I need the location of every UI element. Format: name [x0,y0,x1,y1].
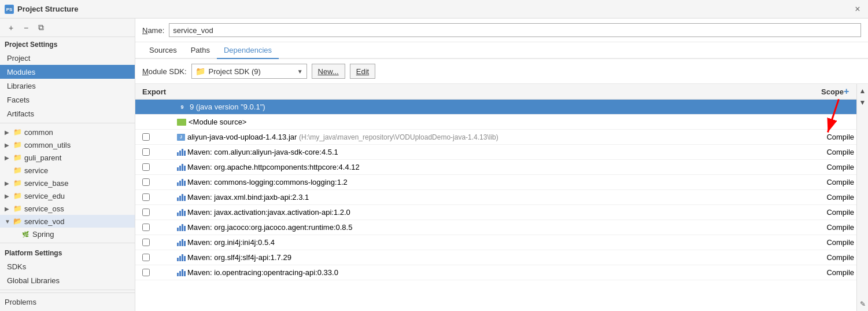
sidebar-divider-1 [0,123,135,123]
project-settings-section: Project Settings [0,37,135,51]
dep-scope-maven-javax-activation[interactable]: Compile ▼ [803,208,861,217]
dep-row-maven-opentracing[interactable]: Maven: io.opentracing:opentracing-api:0.… [135,265,868,280]
sdk-dropdown[interactable]: 📁 Project SDK (9) ▼ [191,64,307,79]
dep-name-text-maven-jaxb: Maven: javax.xml.bind:jaxb-api:2.3.1 [187,193,309,202]
add-button[interactable]: + [5,21,17,34]
tree-item-service-vod[interactable]: ▼ 📂 service_vod [0,215,135,228]
dep-name-text-maven-jacoco: Maven: org.jacoco:org.jacoco.agent:runti… [187,223,352,232]
dep-scope-maven-aliyun-sdk[interactable]: Compile ▼ [803,148,861,156]
chevron-down-icon: ▼ [5,218,13,225]
sidebar-item-sdks[interactable]: SDKs [0,259,135,273]
dep-name-maven-opentracing: Maven: io.opentracing:opentracing-api:0.… [177,268,803,277]
checkbox-maven-ini4j[interactable] [142,239,150,246]
dep-scope-aliyun-jar[interactable]: Compile ▼ [803,133,861,141]
dep-row-maven-slf4j[interactable]: Maven: org.slf4j:slf4j-api:1.7.29 Compil… [135,250,868,265]
tree-item-service[interactable]: ▶ 📁 service [0,164,135,177]
close-button[interactable]: × [852,3,863,15]
checkbox-maven-commons-logging[interactable] [142,178,150,186]
dep-scope-maven-opentracing[interactable]: Compile ▼ [803,268,861,277]
sidebar-item-artifacts[interactable]: Artifacts [0,107,135,120]
tree-item-service-edu[interactable]: ▶ 📁 service_edu [0,189,135,202]
maven-icon [177,239,185,246]
dep-scope-maven-slf4j[interactable]: Compile ▼ [803,253,861,262]
dep-row-maven-ini4j[interactable]: Maven: org.ini4j:ini4j:0.5.4 Compile ▼ [135,235,868,250]
maven-icon [177,179,185,186]
tree-item-common-utils[interactable]: ▶ 📁 common_utils [0,138,135,151]
checkbox-maven-aliyun-sdk[interactable] [142,148,150,156]
sidebar-item-modules[interactable]: Modules [0,65,135,79]
dep-checkbox-maven-aliyun-sdk [142,148,177,156]
sidebar-item-artifacts-label: Artifacts [7,109,34,118]
dep-row-maven-jaxb[interactable]: Maven: javax.xml.bind:jaxb-api:2.3.1 Com… [135,190,868,205]
tree-item-service-oss[interactable]: ▶ 📁 service_oss [0,202,135,215]
dep-name-java9: 9 9 (java version "9.0.1") [177,102,803,112]
dep-name-text-maven-slf4j: Maven: org.slf4j:slf4j-api:1.7.29 [187,253,291,262]
dep-checkbox-maven-slf4j [142,254,177,261]
main-layout: + − ⧉ Project Settings Project Modules L… [0,19,868,311]
dep-checkbox-maven-httpcore [142,163,177,171]
sidebar-item-facets[interactable]: Facets [0,93,135,107]
sidebar-divider-3 [0,290,135,290]
folder-icon: 📁 [13,127,22,137]
dep-name-maven-commons-logging: Maven: commons-logging:commons-logging:1… [177,178,803,186]
dep-name-maven-jacoco: Maven: org.jacoco:org.jacoco.agent:runti… [177,223,803,232]
folder-icon: 📁 [13,191,22,200]
sidebar-item-problems[interactable]: Problems [5,295,130,309]
tab-sources[interactable]: Sources [142,42,184,59]
checkbox-maven-opentracing[interactable] [142,269,150,276]
add-dep-button[interactable]: + [844,86,849,96]
sidebar-item-problems-label: Problems [5,298,36,306]
copy-button[interactable]: ⧉ [35,21,47,34]
sdk-folder-icon: 📁 [195,67,205,76]
dep-name-module-source: <Module source> [177,118,803,126]
checkbox-maven-jaxb[interactable] [142,193,150,201]
scroll-up-button[interactable]: ▲ [858,86,867,96]
dep-name-maven-jaxb: Maven: javax.xml.bind:jaxb-api:2.3.1 [177,193,803,202]
dep-scope-maven-jaxb[interactable]: Compile ▼ [803,193,861,202]
dep-row-aliyun-jar[interactable]: J aliyun-java-vod-upload-1.4.13.jar (H:\… [135,130,868,145]
sidebar-item-project[interactable]: Project [0,51,135,65]
deps-header-scope: Scope [786,87,844,96]
dep-scope-maven-httpcore[interactable]: Compile ▼ [803,163,861,171]
edit-icon-button[interactable]: ✎ [858,299,867,309]
dep-checkbox-maven-javax-activation [142,208,177,216]
tab-paths[interactable]: Paths [184,42,217,59]
tree-item-service-base[interactable]: ▶ 📁 service_base [0,177,135,189]
dep-row-maven-httpcore[interactable]: Maven: org.apache.httpcomponents:httpcor… [135,160,868,175]
checkbox-maven-slf4j[interactable] [142,254,150,261]
tree-item-spring[interactable]: ▶ 🌿 Spring [0,228,135,240]
dep-row-maven-commons-logging[interactable]: Maven: commons-logging:commons-logging:1… [135,175,868,190]
edit-sdk-button[interactable]: Edit [350,64,375,79]
title-bar-left: PS Project Structure [5,5,78,14]
dep-row-java9[interactable]: 9 9 (java version "9.0.1") [135,100,868,115]
dep-row-maven-javax-activation[interactable]: Maven: javax.activation:javax.activation… [135,205,868,220]
dep-row-maven-jacoco[interactable]: Maven: org.jacoco:org.jacoco.agent:runti… [135,220,868,235]
checkbox-maven-httpcore[interactable] [142,163,150,171]
sidebar-item-libraries[interactable]: Libraries [0,79,135,93]
dep-scope-maven-commons-logging[interactable]: Compile ▼ [803,178,861,186]
sidebar-item-global-libraries[interactable]: Global Libraries [0,273,135,287]
checkbox-aliyun-jar[interactable] [142,133,150,141]
dep-row-maven-aliyun-sdk[interactable]: Maven: com.aliyun:aliyun-java-sdk-core:4… [135,145,868,160]
tree-item-guli-parent[interactable]: ▶ 📁 guli_parent [0,151,135,164]
tab-dependencies[interactable]: Dependencies [217,42,279,59]
tree-item-common[interactable]: ▶ 📁 common [0,126,135,138]
maven-icon [177,209,185,216]
tree-item-service-edu-label: service_edu [24,192,65,200]
deps-table-body: 9 9 (java version "9.0.1") <Module sourc… [135,100,868,311]
checkbox-maven-jacoco[interactable] [142,224,150,231]
dep-checkbox-maven-ini4j [142,239,177,246]
dep-scope-maven-jacoco[interactable]: Compile ▼ [803,223,861,232]
title-bar: PS Project Structure × [0,0,868,19]
checkbox-maven-javax-activation[interactable] [142,208,150,216]
module-source-icon [177,119,186,126]
tree-item-guli-parent-label: guli_parent [24,153,61,162]
name-input[interactable] [169,23,861,37]
new-sdk-button[interactable]: New... [312,64,345,79]
scroll-down-button[interactable]: ▼ [858,98,867,107]
dep-row-module-source[interactable]: <Module source> [135,115,868,130]
remove-button[interactable]: − [20,21,32,34]
folder-open-icon: 📂 [13,217,22,226]
dep-name-text-maven-opentracing: Maven: io.opentracing:opentracing-api:0.… [187,268,338,277]
dep-scope-maven-ini4j[interactable]: Compile ▼ [803,238,861,247]
